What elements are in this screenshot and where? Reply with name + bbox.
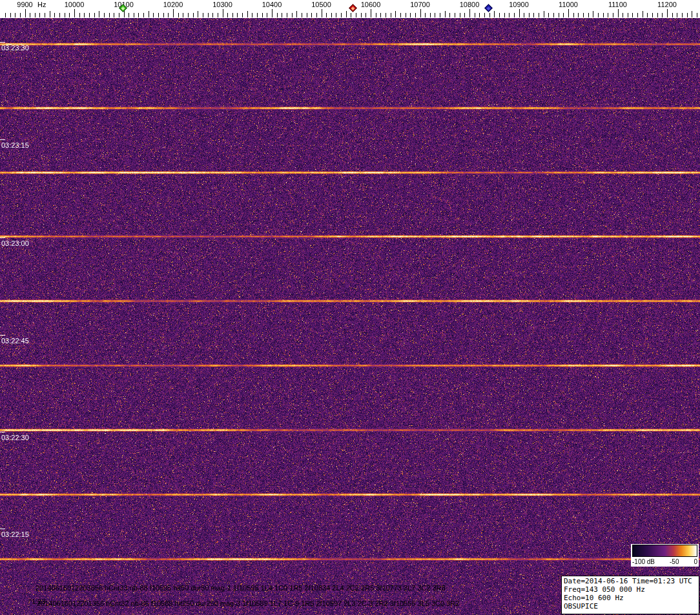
station-info-box: Date=2014-06-16 Time=01:23 UTC Freq=143 … bbox=[561, 576, 699, 614]
detection-log-line-2: 20140616012201356 hCnt32 nb-86 f10589 hi… bbox=[37, 600, 459, 607]
freq-tick-label: 10800 bbox=[460, 1, 480, 8]
freq-tick-label: 10700 bbox=[410, 1, 430, 8]
freq-tick-label: 11200 bbox=[657, 1, 677, 8]
freq-marker-core bbox=[351, 6, 355, 10]
db-gradient-bar bbox=[632, 545, 697, 557]
freq-marker-core bbox=[121, 6, 125, 10]
freq-marker-core bbox=[487, 6, 491, 10]
frequency-ruler: Hz 9900100001010010200103001040010500106… bbox=[0, 0, 700, 18]
freq-tick-label: 11000 bbox=[559, 1, 578, 8]
info-echo-line: Echo=10 600 Hz bbox=[564, 594, 697, 602]
db-mid-label: -50 bbox=[670, 558, 679, 565]
info-station-line: OBSUPICE bbox=[564, 602, 697, 610]
frequency-unit-label: Hz bbox=[37, 1, 46, 8]
freq-tick-label: 10200 bbox=[163, 1, 183, 8]
freq-tick-label: 10300 bbox=[212, 1, 232, 8]
freq-tick-label: 9900 bbox=[17, 1, 32, 8]
freq-tick-label: 10000 bbox=[65, 1, 85, 8]
freq-tick-label: 10600 bbox=[361, 1, 381, 8]
freq-tick-label: 10500 bbox=[311, 1, 331, 8]
waterfall-display[interactable] bbox=[0, 18, 700, 615]
db-max-label: 0 bbox=[694, 558, 697, 565]
db-scale-legend: -100 dB -50 0 bbox=[631, 544, 699, 567]
detection-log-line-1: 20140616012203856 hCnt33 nb-88 f10595 hi… bbox=[36, 584, 446, 592]
freq-tick-label: 11100 bbox=[608, 1, 627, 8]
freq-tick-label: 10400 bbox=[262, 1, 282, 8]
db-min-label: -100 dB bbox=[632, 558, 655, 565]
info-freq-line: Freq=143 050 000 Hz bbox=[564, 585, 697, 594]
spectrogram-window: Hz 9900100001010010200103001040010500106… bbox=[0, 0, 700, 615]
info-date-line: Date=2014-06-16 Time=01:23 UTC bbox=[564, 577, 697, 585]
db-scale-labels: -100 dB -50 0 bbox=[632, 557, 697, 565]
freq-tick-label: 10900 bbox=[509, 1, 529, 8]
